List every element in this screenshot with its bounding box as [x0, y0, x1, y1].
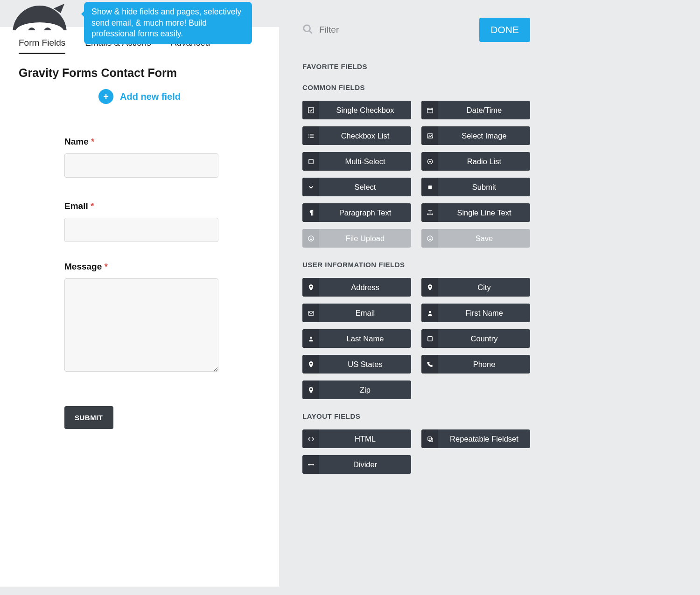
field-type-label: File Upload	[319, 229, 411, 248]
filter-input[interactable]	[319, 25, 413, 35]
field-type-zip[interactable]: Zip	[302, 381, 411, 399]
chevron-down-icon	[302, 178, 319, 196]
paragraph-icon	[302, 203, 319, 222]
envelope-icon	[302, 304, 319, 322]
filter-box	[302, 24, 413, 36]
done-button[interactable]: DONE	[479, 18, 530, 42]
form-title: Gravity Forms Contact Form	[19, 66, 260, 80]
section-favorite: FAVORITE FIELDS	[302, 62, 530, 70]
square-icon	[302, 152, 319, 171]
field-type-label: Last Name	[319, 329, 411, 348]
field-type-address[interactable]: Address	[302, 278, 411, 297]
field-type-email[interactable]: Email	[302, 304, 411, 322]
field-type-phone[interactable]: Phone	[421, 355, 530, 374]
map-marker-icon	[302, 381, 319, 399]
field-type-label: First Name	[438, 304, 530, 322]
map-marker-icon	[302, 278, 319, 297]
dot-circle-icon	[421, 152, 438, 171]
field-type-radio-list[interactable]: Radio List	[421, 152, 530, 171]
field-type-label: Single Line Text	[438, 203, 530, 222]
field-type-html[interactable]: HTML	[302, 429, 411, 448]
common-fields-grid: Single CheckboxDate/TimeCheckbox ListSel…	[302, 101, 530, 248]
copy-icon	[421, 429, 438, 448]
submit-button[interactable]: SUBMIT	[64, 406, 113, 429]
add-new-field-label: Add new field	[120, 91, 181, 102]
field-type-label: Phone	[438, 355, 530, 374]
form-builder-card: Form Fields Emails & Actions Advanced Gr…	[0, 27, 279, 587]
square-icon	[421, 329, 438, 348]
field-type-label: Save	[438, 229, 530, 248]
field-type-label: HTML	[319, 429, 411, 448]
user-fields-grid: AddressCityEmailFirst NameLast NameCount…	[302, 278, 530, 399]
field-type-city[interactable]: City	[421, 278, 530, 297]
field-name[interactable]: Name *	[64, 137, 218, 178]
field-type-label: Radio List	[438, 152, 530, 171]
map-marker-icon	[421, 278, 438, 297]
text-width-icon	[421, 203, 438, 222]
field-type-first-name[interactable]: First Name	[421, 304, 530, 322]
right-header: DONE	[302, 18, 530, 42]
field-type-label: Select	[319, 178, 411, 196]
name-label: Name *	[64, 137, 218, 147]
field-type-select[interactable]: Select	[302, 178, 411, 196]
message-label: Message *	[64, 262, 218, 272]
field-type-last-name[interactable]: Last Name	[302, 329, 411, 348]
circle-arrow-icon	[421, 229, 438, 248]
name-input[interactable]	[64, 153, 218, 178]
tab-form-fields[interactable]: Form Fields	[19, 38, 65, 54]
field-type-label: US States	[319, 355, 411, 374]
image-icon	[421, 126, 438, 145]
field-type-country[interactable]: Country	[421, 329, 530, 348]
field-type-label: Email	[319, 304, 411, 322]
search-icon	[302, 24, 313, 36]
layout-fields-grid: HTMLRepeatable FieldsetDivider	[302, 429, 530, 474]
field-type-label: Country	[438, 329, 530, 348]
email-input[interactable]	[64, 218, 218, 242]
square-filled-icon	[421, 178, 438, 196]
field-type-label: Repeatable Fieldset	[438, 429, 530, 448]
field-type-label: Multi-Select	[319, 152, 411, 171]
left-panel: Show & hide fields and pages, selectivel…	[0, 0, 279, 595]
plus-icon: +	[98, 89, 113, 104]
list-icon	[302, 126, 319, 145]
field-type-label: Address	[319, 278, 411, 297]
section-common: COMMON FIELDS	[302, 83, 530, 91]
field-type-us-states[interactable]: US States	[302, 355, 411, 374]
field-type-label: Submit	[438, 178, 530, 196]
field-type-single-line-text[interactable]: Single Line Text	[421, 203, 530, 222]
field-type-label: Select Image	[438, 126, 530, 145]
field-type-divider[interactable]: Divider	[302, 455, 411, 474]
calendar-icon	[421, 101, 438, 119]
map-marker-icon	[302, 355, 319, 374]
field-type-paragraph-text[interactable]: Paragraph Text	[302, 203, 411, 222]
app-root: Show & hide fields and pages, selectivel…	[0, 0, 553, 595]
phone-icon	[421, 355, 438, 374]
circle-arrow-icon	[302, 229, 319, 248]
user-icon	[302, 329, 319, 348]
field-type-label: City	[438, 278, 530, 297]
email-label: Email *	[64, 201, 218, 211]
field-type-multi-select[interactable]: Multi-Select	[302, 152, 411, 171]
add-new-field-button[interactable]: + Add new field	[19, 89, 260, 104]
field-type-date-time[interactable]: Date/Time	[421, 101, 530, 119]
field-type-submit[interactable]: Submit	[421, 178, 530, 196]
field-type-label: Divider	[319, 455, 411, 474]
field-type-single-checkbox[interactable]: Single Checkbox	[302, 101, 411, 119]
section-layout: LAYOUT FIELDS	[302, 412, 530, 420]
ninja-logo	[9, 0, 70, 30]
field-type-label: Single Checkbox	[319, 101, 411, 119]
message-input[interactable]	[64, 278, 218, 372]
code-icon	[302, 429, 319, 448]
user-icon	[421, 304, 438, 322]
field-message[interactable]: Message *	[64, 262, 218, 374]
check-square-icon	[302, 101, 319, 119]
field-email[interactable]: Email *	[64, 201, 218, 242]
field-type-file-upload: File Upload	[302, 229, 411, 248]
arrows-h-icon	[302, 455, 319, 474]
field-type-select-image[interactable]: Select Image	[421, 126, 530, 145]
promo-tooltip: Show & hide fields and pages, selectivel…	[84, 2, 252, 44]
field-type-label: Paragraph Text	[319, 203, 411, 222]
field-type-checkbox-list[interactable]: Checkbox List	[302, 126, 411, 145]
form-preview: Name * Email * Message * SUBMIT	[19, 137, 260, 429]
field-type-repeatable-fieldset[interactable]: Repeatable Fieldset	[421, 429, 530, 448]
